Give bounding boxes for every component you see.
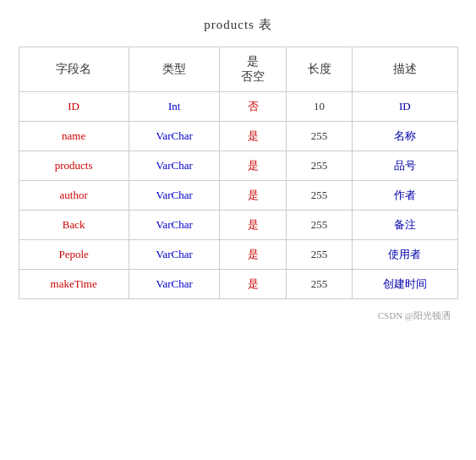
cell-nullable: 是 (220, 181, 286, 211)
table-row: authorVarChar是255作者 (19, 181, 457, 211)
table-header-row: 字段名 类型 是否空 长度 描述 (19, 47, 457, 92)
cell-field: Pepole (19, 240, 129, 270)
col-length: 长度 (286, 47, 352, 92)
cell-length: 255 (286, 122, 352, 151)
cell-nullable: 是 (220, 240, 286, 270)
cell-description: ID (353, 92, 457, 122)
watermark: CSDN @阳光顿洒 (378, 309, 459, 322)
cell-length: 255 (286, 151, 352, 181)
col-field: 字段名 (19, 47, 129, 92)
cell-description: 作者 (353, 181, 457, 211)
cell-nullable: 是 (220, 270, 286, 299)
cell-length: 255 (286, 181, 352, 211)
cell-field: name (19, 122, 129, 151)
table-row: makeTimeVarChar是255创建时间 (19, 270, 457, 299)
cell-field: author (19, 181, 129, 211)
table-row: IDInt否10ID (19, 92, 457, 122)
cell-description: 备注 (353, 211, 457, 240)
cell-length: 255 (286, 270, 352, 299)
cell-field: makeTime (19, 270, 129, 299)
cell-nullable: 否 (220, 92, 286, 122)
cell-type: VarChar (129, 151, 220, 181)
cell-length: 10 (286, 92, 352, 122)
col-description: 描述 (353, 47, 457, 92)
cell-field: ID (19, 92, 129, 122)
cell-nullable: 是 (220, 151, 286, 181)
table-row: nameVarChar是255名称 (19, 122, 457, 151)
cell-type: VarChar (129, 240, 220, 270)
cell-length: 255 (286, 211, 352, 240)
cell-description: 名称 (353, 122, 457, 151)
cell-type: VarChar (129, 122, 220, 151)
cell-length: 255 (286, 240, 352, 270)
table-row: productsVarChar是255品号 (19, 151, 457, 181)
table-row: PepoleVarChar是255使用者 (19, 240, 457, 270)
cell-nullable: 是 (220, 211, 286, 240)
products-table: 字段名 类型 是否空 长度 描述 IDInt否10IDnameVarChar是2… (19, 47, 458, 299)
cell-type: Int (129, 92, 220, 122)
cell-description: 使用者 (353, 240, 457, 270)
col-type: 类型 (129, 47, 220, 92)
cell-type: VarChar (129, 270, 220, 299)
table-row: BackVarChar是255备注 (19, 211, 457, 240)
cell-description: 品号 (353, 151, 457, 181)
cell-type: VarChar (129, 211, 220, 240)
page-title: products 表 (204, 17, 271, 33)
cell-nullable: 是 (220, 122, 286, 151)
col-nullable: 是否空 (220, 47, 286, 92)
cell-description: 创建时间 (353, 270, 457, 299)
cell-field: products (19, 151, 129, 181)
cell-type: VarChar (129, 181, 220, 211)
cell-field: Back (19, 211, 129, 240)
